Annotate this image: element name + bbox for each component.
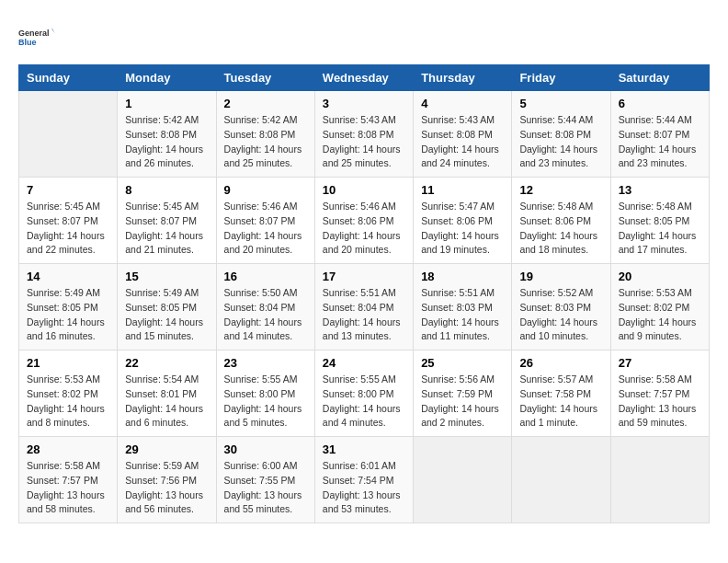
svg-marker-2 [51,28,55,34]
day-info: Sunrise: 5:52 AM Sunset: 8:03 PM Dayligh… [519,286,602,344]
day-number: 31 [323,442,405,456]
header-sunday: Sunday [19,65,118,91]
svg-text:General: General [18,29,50,38]
day-number: 7 [27,183,109,197]
calendar-cell: 15Sunrise: 5:49 AM Sunset: 8:05 PM Dayli… [118,264,216,350]
header-wednesday: Wednesday [314,65,413,91]
day-info: Sunrise: 5:47 AM Sunset: 8:06 PM Dayligh… [421,200,504,258]
calendar-cell [414,437,512,523]
day-number: 28 [27,442,109,456]
day-number: 19 [519,270,602,283]
svg-text:Blue: Blue [18,38,37,47]
week-row-3: 14Sunrise: 5:49 AM Sunset: 8:05 PM Dayli… [19,264,710,350]
day-number: 26 [519,356,602,370]
day-info: Sunrise: 5:50 AM Sunset: 8:04 PM Dayligh… [224,286,307,344]
day-number: 16 [224,270,307,283]
day-number: 29 [125,442,208,456]
calendar-cell [512,437,610,523]
calendar-cell: 2Sunrise: 5:42 AM Sunset: 8:08 PM Daylig… [216,91,314,178]
header-row: SundayMondayTuesdayWednesdayThursdayFrid… [19,65,710,91]
day-number: 17 [323,270,405,283]
day-number: 9 [224,183,307,197]
calendar-cell: 22Sunrise: 5:54 AM Sunset: 8:01 PM Dayli… [118,350,216,437]
header-tuesday: Tuesday [216,65,314,91]
day-info: Sunrise: 5:58 AM Sunset: 7:57 PM Dayligh… [619,373,701,431]
day-info: Sunrise: 5:48 AM Sunset: 8:06 PM Dayligh… [519,200,602,258]
day-number: 18 [421,270,504,283]
day-number: 1 [125,97,208,110]
calendar-cell: 12Sunrise: 5:48 AM Sunset: 8:06 PM Dayli… [512,178,610,264]
day-info: Sunrise: 5:46 AM Sunset: 8:07 PM Dayligh… [224,200,307,258]
calendar-table: SundayMondayTuesdayWednesdayThursdayFrid… [18,64,710,523]
calendar-cell: 21Sunrise: 5:53 AM Sunset: 8:02 PM Dayli… [19,350,118,437]
day-info: Sunrise: 5:59 AM Sunset: 7:56 PM Dayligh… [125,459,208,517]
day-number: 27 [619,356,701,370]
calendar-cell: 20Sunrise: 5:53 AM Sunset: 8:02 PM Dayli… [610,264,709,350]
calendar-cell: 1Sunrise: 5:42 AM Sunset: 8:08 PM Daylig… [118,91,216,178]
calendar-cell: 10Sunrise: 5:46 AM Sunset: 8:06 PM Dayli… [314,178,413,264]
day-info: Sunrise: 6:01 AM Sunset: 7:54 PM Dayligh… [323,459,405,517]
calendar-cell: 25Sunrise: 5:56 AM Sunset: 7:59 PM Dayli… [414,350,512,437]
day-info: Sunrise: 5:42 AM Sunset: 8:08 PM Dayligh… [224,113,307,171]
calendar-cell: 24Sunrise: 5:55 AM Sunset: 8:00 PM Dayli… [314,350,413,437]
day-info: Sunrise: 6:00 AM Sunset: 7:55 PM Dayligh… [224,459,307,517]
day-info: Sunrise: 5:49 AM Sunset: 8:05 PM Dayligh… [27,286,109,344]
calendar-cell: 27Sunrise: 5:58 AM Sunset: 7:57 PM Dayli… [610,350,709,437]
day-info: Sunrise: 5:45 AM Sunset: 8:07 PM Dayligh… [27,200,109,258]
calendar-cell: 18Sunrise: 5:51 AM Sunset: 8:03 PM Dayli… [414,264,512,350]
day-info: Sunrise: 5:43 AM Sunset: 8:08 PM Dayligh… [323,113,405,171]
day-info: Sunrise: 5:55 AM Sunset: 8:00 PM Dayligh… [323,373,405,431]
calendar-cell: 30Sunrise: 6:00 AM Sunset: 7:55 PM Dayli… [216,437,314,523]
header-thursday: Thursday [414,65,512,91]
day-number: 30 [224,442,307,456]
header-saturday: Saturday [610,65,709,91]
week-row-1: 1Sunrise: 5:42 AM Sunset: 8:08 PM Daylig… [19,91,710,178]
day-number: 2 [224,97,307,110]
day-number: 5 [519,97,602,110]
page-header: General Blue [18,18,710,55]
day-number: 3 [323,97,405,110]
calendar-cell [610,437,709,523]
day-info: Sunrise: 5:43 AM Sunset: 8:08 PM Dayligh… [421,113,504,171]
day-info: Sunrise: 5:51 AM Sunset: 8:03 PM Dayligh… [421,286,504,344]
day-info: Sunrise: 5:54 AM Sunset: 8:01 PM Dayligh… [125,373,208,431]
logo-svg: General Blue [18,18,55,55]
day-info: Sunrise: 5:46 AM Sunset: 8:06 PM Dayligh… [323,200,405,258]
calendar-cell: 23Sunrise: 5:55 AM Sunset: 8:00 PM Dayli… [216,350,314,437]
week-row-5: 28Sunrise: 5:58 AM Sunset: 7:57 PM Dayli… [19,437,710,523]
day-number: 14 [27,270,109,283]
week-row-2: 7Sunrise: 5:45 AM Sunset: 8:07 PM Daylig… [19,178,710,264]
day-number: 4 [421,97,504,110]
calendar-cell: 11Sunrise: 5:47 AM Sunset: 8:06 PM Dayli… [414,178,512,264]
day-info: Sunrise: 5:49 AM Sunset: 8:05 PM Dayligh… [125,286,208,344]
day-number: 25 [421,356,504,370]
day-number: 23 [224,356,307,370]
logo: General Blue [18,18,55,55]
day-info: Sunrise: 5:45 AM Sunset: 8:07 PM Dayligh… [125,200,208,258]
calendar-cell: 8Sunrise: 5:45 AM Sunset: 8:07 PM Daylig… [118,178,216,264]
day-info: Sunrise: 5:44 AM Sunset: 8:08 PM Dayligh… [519,113,602,171]
day-info: Sunrise: 5:53 AM Sunset: 8:02 PM Dayligh… [27,373,109,431]
calendar-cell: 26Sunrise: 5:57 AM Sunset: 7:58 PM Dayli… [512,350,610,437]
day-info: Sunrise: 5:44 AM Sunset: 8:07 PM Dayligh… [619,113,701,171]
calendar-cell: 9Sunrise: 5:46 AM Sunset: 8:07 PM Daylig… [216,178,314,264]
calendar-cell: 16Sunrise: 5:50 AM Sunset: 8:04 PM Dayli… [216,264,314,350]
day-info: Sunrise: 5:42 AM Sunset: 8:08 PM Dayligh… [125,113,208,171]
day-number: 22 [125,356,208,370]
calendar-cell: 29Sunrise: 5:59 AM Sunset: 7:56 PM Dayli… [118,437,216,523]
day-info: Sunrise: 5:48 AM Sunset: 8:05 PM Dayligh… [619,200,701,258]
day-number: 6 [619,97,701,110]
week-row-4: 21Sunrise: 5:53 AM Sunset: 8:02 PM Dayli… [19,350,710,437]
calendar-cell: 19Sunrise: 5:52 AM Sunset: 8:03 PM Dayli… [512,264,610,350]
calendar-cell: 6Sunrise: 5:44 AM Sunset: 8:07 PM Daylig… [610,91,709,178]
day-number: 12 [519,183,602,197]
header-friday: Friday [512,65,610,91]
day-info: Sunrise: 5:51 AM Sunset: 8:04 PM Dayligh… [323,286,405,344]
day-number: 24 [323,356,405,370]
calendar-cell: 4Sunrise: 5:43 AM Sunset: 8:08 PM Daylig… [414,91,512,178]
day-info: Sunrise: 5:55 AM Sunset: 8:00 PM Dayligh… [224,373,307,431]
day-number: 8 [125,183,208,197]
calendar-cell: 3Sunrise: 5:43 AM Sunset: 8:08 PM Daylig… [314,91,413,178]
day-info: Sunrise: 5:57 AM Sunset: 7:58 PM Dayligh… [519,373,602,431]
calendar-cell: 31Sunrise: 6:01 AM Sunset: 7:54 PM Dayli… [314,437,413,523]
